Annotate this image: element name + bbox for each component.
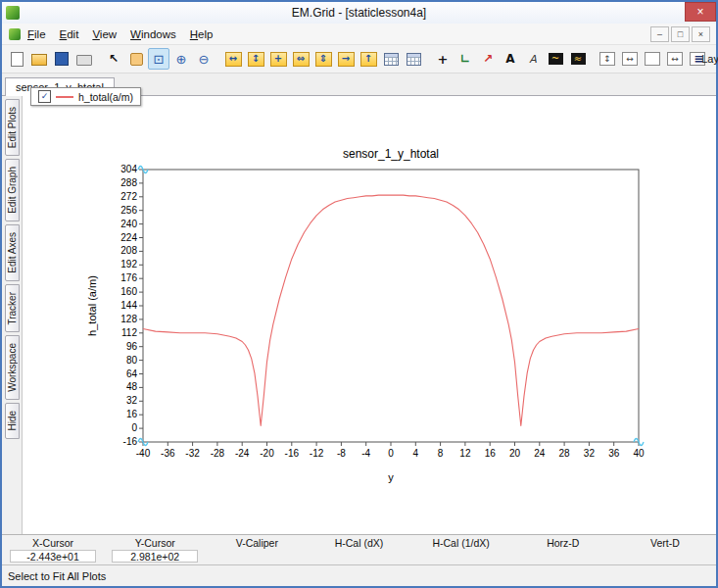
readout-value [622, 550, 708, 563]
readout-header: X-Cursor [32, 537, 73, 549]
svg-text:40: 40 [633, 448, 645, 459]
waveform-icon[interactable]: ~ [545, 48, 566, 70]
readout-value [315, 550, 402, 563]
new-file-icon[interactable] [6, 48, 27, 70]
select-pointer-icon[interactable]: ↖ [103, 48, 124, 70]
layout-dropdown-button[interactable]: ≡Layout▾ [709, 48, 718, 70]
menu-file[interactable]: File [21, 26, 53, 42]
horizontal-spacing-icon: ↔ [622, 52, 638, 66]
sidebar-tab-hide[interactable]: Hide [5, 403, 20, 439]
chart-svg[interactable]: -40-36-32-28-24-20-16-12-8-4048121620242… [82, 142, 660, 487]
menu-bar-items: FileEditViewWindowsHelp [21, 26, 219, 42]
fit-width-icon[interactable]: ↔ [222, 48, 244, 70]
svg-text:-12: -12 [310, 448, 324, 459]
svg-text:256: 256 [120, 205, 137, 216]
expand-x-icon[interactable]: ⇔ [290, 48, 311, 70]
text-tool-icon: A [503, 51, 518, 67]
sidebar-tab-tracker[interactable]: Tracker [5, 284, 20, 333]
svg-text:sensor_1_y_htotal: sensor_1_y_htotal [343, 147, 439, 161]
readout-col-v-caliper: V-Caliper [206, 535, 308, 564]
fit-height-icon: ↕ [248, 52, 264, 67]
frame-icon[interactable] [642, 48, 663, 70]
readout-value [520, 550, 606, 563]
svg-text:224: 224 [120, 232, 137, 243]
zoom-out-icon[interactable]: ⊖ [193, 48, 215, 70]
svg-text:80: 80 [126, 355, 138, 366]
menu-windows[interactable]: Windows [123, 26, 183, 42]
svg-text:64: 64 [126, 368, 138, 379]
svg-text:160: 160 [120, 286, 137, 297]
sidebar-tab-edit-graph[interactable]: Edit Graph [5, 159, 20, 221]
fit-height-icon[interactable]: ↕ [245, 48, 266, 70]
print-icon[interactable] [73, 48, 95, 70]
svg-text:4: 4 [413, 448, 419, 459]
menu-view[interactable]: View [85, 26, 123, 42]
slope-tool-icon[interactable]: ↗ [477, 48, 499, 70]
readout-value [214, 550, 300, 563]
svg-text:304: 304 [120, 164, 137, 174]
pan-x-icon[interactable]: → [335, 48, 357, 70]
pan-hand-icon [130, 53, 143, 66]
menu-edit[interactable]: Edit [53, 26, 86, 42]
svg-text:-16: -16 [123, 436, 138, 447]
legend-checkbox[interactable]: ✓ [38, 90, 51, 103]
spectrum-icon[interactable]: ≈ [567, 48, 589, 70]
svg-text:24: 24 [534, 448, 546, 459]
expand-x-icon: ⇔ [293, 52, 310, 67]
readout-col-x-cursor: X-Cursor-2.443e+01 [2, 535, 104, 564]
width-icon[interactable]: ↔ [664, 48, 686, 70]
zoom-in-icon[interactable]: ⊕ [170, 48, 192, 70]
chart[interactable]: -40-36-32-28-24-20-16-12-8-4048121620242… [82, 142, 660, 491]
svg-text:-32: -32 [185, 448, 200, 459]
annotation-tool-icon[interactable]: A [522, 48, 544, 70]
annotation-tool-icon: A [525, 51, 541, 67]
zoom-window-icon[interactable]: ⊡ [148, 48, 169, 70]
expand-y-icon[interactable]: ⇕ [312, 48, 334, 70]
layout-label: Layout [701, 53, 718, 65]
horizontal-spacing-icon[interactable]: ↔ [619, 48, 641, 70]
zoom-in-icon: ⊕ [173, 51, 189, 67]
width-icon: ↔ [667, 52, 683, 66]
print-icon [76, 55, 92, 66]
mdi-close-button[interactable]: × [692, 26, 710, 42]
fit-all-icon[interactable]: + [267, 48, 289, 70]
plot-canvas[interactable]: ✓ h_total(a/m) -40-36-32-28-24-20-16-12-… [23, 96, 716, 534]
data-table2-icon[interactable] [403, 48, 424, 70]
window-close-button[interactable]: × [685, 2, 716, 22]
legend: ✓ h_total(a/m) [30, 87, 141, 106]
readout-header: Y-Cursor [135, 537, 175, 549]
readout-value: -2.443e+01 [10, 550, 96, 563]
sidebar-tab-label: Workspace [7, 343, 18, 392]
sidebar-tab-edit-plots[interactable]: Edit Plots [5, 99, 20, 156]
svg-text:0: 0 [131, 422, 137, 433]
sidebar-tab-label: Edit Plots [7, 107, 18, 148]
svg-text:36: 36 [608, 448, 620, 459]
vertical-spacing-icon[interactable]: ↕ [597, 48, 618, 70]
pan-hand-icon[interactable] [125, 48, 147, 70]
sidebar-tab-workspace[interactable]: Workspace [5, 335, 20, 400]
data-table2-icon [407, 53, 421, 66]
data-table-icon[interactable] [380, 48, 402, 70]
svg-text:96: 96 [126, 341, 138, 352]
axes-tool-icon[interactable]: ∟ [455, 48, 476, 70]
menu-help[interactable]: Help [183, 26, 220, 42]
child-window-icon [9, 28, 21, 40]
readout-col-vert-d: Vert-D [614, 535, 716, 564]
save-icon[interactable] [51, 48, 72, 70]
status-bar: Select to Fit All Plots [2, 564, 716, 586]
svg-text:-24: -24 [235, 448, 250, 459]
svg-text:-20: -20 [260, 448, 274, 459]
mdi-restore-button[interactable]: □ [671, 26, 690, 42]
open-file-icon[interactable] [28, 48, 50, 70]
svg-text:16: 16 [485, 448, 497, 459]
pan-y-icon[interactable]: ↑ [358, 48, 379, 70]
readout-col-h-cal-1-dx-: H-Cal (1/dX) [410, 535, 512, 564]
legend-line-sample [56, 96, 73, 98]
waveform-icon: ~ [549, 53, 563, 65]
mdi-minimize-button[interactable]: – [650, 26, 669, 42]
add-plot-icon[interactable]: + [432, 48, 454, 70]
mdi-controls: –□× [648, 26, 713, 42]
text-tool-icon[interactable]: A [500, 48, 521, 70]
svg-text:32: 32 [126, 395, 138, 406]
sidebar-tab-edit-axes[interactable]: Edit Axes [5, 224, 20, 281]
